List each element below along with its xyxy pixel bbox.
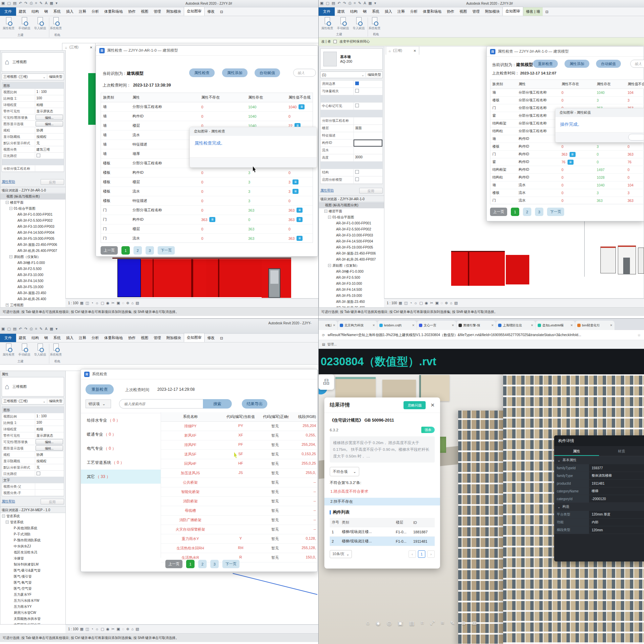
ribbon-tab[interactable]: 附加模块 [482,7,502,16]
dialog-title-bar[interactable]: R 属性检查 — ZJYY-3#-AR-1-0 — 建筑模型 [96,46,318,56]
view-control-icon[interactable]: ✂ [111,301,114,305]
column-header[interactable]: 属性 [130,93,199,102]
property-value[interactable] [35,471,64,477]
view-control-icon[interactable]: ▦ [80,301,84,305]
property-value[interactable]: 屋面 [354,125,382,132]
system-row[interactable]: 智能化桥架 暂无 -- [161,487,317,497]
column-header[interactable]: 属性存在 [595,80,626,89]
search-input[interactable] [119,399,203,409]
property-value[interactable]: 100 [35,420,64,426]
door-element[interactable] [623,258,630,274]
ribbon-tab[interactable]: 分析 [89,334,102,342]
viewer-tool-icon[interactable]: ✎ [450,620,455,626]
tree-item[interactable]: 压力污水排水YW [0,598,65,604]
ribbon-tool-button[interactable]: 系统检查 [48,17,64,31]
check-row[interactable]: 结构柱 构件ID 0≣ 1028 0≣ [490,174,644,181]
dialog-search-input[interactable]: 输入 [293,69,316,77]
close-panel-icon[interactable]: ✕ [430,402,435,408]
type-count-selector[interactable]: (1) ⌄ 编辑类型 [320,71,383,78]
red-wall-element[interactable] [141,259,206,297]
qat-icon[interactable]: ▣ [320,1,323,5]
qat-icon[interactable]: ⎙ [348,1,352,5]
qat-icon[interactable]: ▤ [13,1,16,5]
column-header[interactable]: 属性值不合规 [626,80,644,89]
property-row[interactable]: 特征描述 [321,132,382,140]
edit-type-button[interactable]: 编辑类型 [47,74,62,79]
check-row[interactable]: 门 楼层 0≣ 363 0≣ [101,224,313,234]
ribbon-tab[interactable]: 建筑 [335,7,347,16]
detail-search-icon[interactable]: ≣ [292,189,299,194]
tree-expand-icon[interactable] [13,243,16,246]
bim-viewport[interactable]: ‹ 品 结果详情 忽略问题 ✕ 《住宅设计规范》 GB 50096-2011 6… [319,374,644,644]
detail-search-icon[interactable]: ≣ [570,152,576,157]
property-value[interactable]: 编辑... [36,439,63,444]
property-value[interactable]: 精细 [35,426,64,432]
property-value[interactable]: 100 [35,95,64,101]
view-control-icon[interactable]: ◌ [441,301,443,305]
property-row[interactable]: 可见性/图形替换 编辑... [2,439,64,445]
view-control-icon[interactable]: ▢ [419,301,423,305]
qat-icon[interactable]: ↶ [19,327,22,331]
issue-item[interactable]: 2.扶手不存在 [324,498,440,505]
property-value[interactable] [354,88,382,95]
view-control-icon[interactable]: ☼ [95,627,99,631]
page-button[interactable]: 下一页 [222,560,239,568]
detail-search-icon[interactable]: ≣ [292,179,299,184]
column-header[interactable]: 属性 [517,80,559,89]
tree-expand-icon[interactable] [9,592,12,595]
gray-box-element[interactable] [638,248,644,274]
tree-expand-icon[interactable] [9,610,12,613]
close-view-icon[interactable]: ✕ [414,49,416,53]
browser-tab[interactable]: letsbim.cn的 ✕ [377,321,417,330]
tree-expand-icon[interactable] [332,251,335,254]
discipline-item[interactable]: 其它（ 33 ） [81,470,161,484]
tree-item[interactable]: AR-3#-F4-14.500 [319,287,384,293]
viewer-tool-icon[interactable]: ⤢ [430,620,435,626]
qat-icon[interactable]: ✎ [40,327,43,331]
qat-icon[interactable]: ↷ [343,1,346,5]
current-page[interactable]: 1 [418,550,425,558]
detail-search-icon[interactable]: ≣ [299,104,305,109]
view-control-icon[interactable]: ▣ [435,301,438,305]
tree-expand-icon[interactable] [13,279,16,282]
property-row[interactable]: 图形显示选项 编辑... [2,121,64,127]
property-row[interactable]: 图形 [2,407,64,413]
view-control-icon[interactable]: ⊕ [126,627,129,631]
check-row[interactable]: 门 分部分项工程名称 0≣ 363 363≣ [101,206,313,215]
ribbon-tab[interactable]: 系统 [51,334,63,342]
tree-expand-icon[interactable] [332,233,335,236]
tree-expand-icon[interactable] [332,221,335,224]
qat-icon[interactable]: ✎ [40,1,43,5]
tree-item[interactable]: AR-3#-F5-19.000 [0,284,65,290]
page-size-select[interactable]: 10条/页⌄ [330,550,352,558]
ribbon-tab[interactable]: 钢 [360,7,369,16]
tree-item[interactable]: AR-3#-机房-26.400-FP007 [319,257,384,263]
tree-expand-icon[interactable] [13,230,16,233]
tab-properties[interactable]: 属性 [554,446,599,456]
view-scale[interactable]: 1 : 100 [68,627,78,631]
view-control-icon[interactable]: ◉ [425,301,428,305]
viewer-tool-icon[interactable]: ▣ [398,620,403,626]
ribbon-tool-button[interactable]: 导入赋值 [32,17,48,31]
ribbon-tab[interactable]: 附加模块 [164,334,184,342]
ribbon-tab[interactable]: 文件 [0,334,16,342]
tree-expand-icon[interactable] [332,287,335,290]
check-row[interactable]: 门 流水 0≣ 363 363≣ [101,234,313,243]
view-control-icon[interactable]: ▧ [136,627,139,631]
tree-expand-icon[interactable] [9,574,12,577]
auto-assign-button[interactable]: 自动赋值 [596,60,621,68]
detail-search-icon[interactable]: ≣ [209,217,215,222]
ribbon-tab[interactable]: 体量和场地 [102,7,125,16]
ribbon-tab[interactable]: 垒知图审 [184,7,205,16]
property-row[interactable]: 可见性/图形替换 编辑... [2,114,64,121]
property-value[interactable] [354,103,382,110]
property-row[interactable]: 房间边界 [321,80,382,88]
tree-expand-icon[interactable] [332,281,335,284]
qat-icon[interactable]: ▦ [50,327,53,331]
view-control-icon[interactable]: ◫ [86,627,89,631]
issue-filter-select[interactable]: 不符合项⌄ [330,467,359,476]
column-header[interactable]: 属性不存在 [559,80,595,89]
property-row[interactable]: 视图比例 1 : 100 [2,413,64,420]
view-control-icon[interactable]: ▦ [80,627,84,631]
apply-button[interactable]: 应用 [41,499,64,504]
